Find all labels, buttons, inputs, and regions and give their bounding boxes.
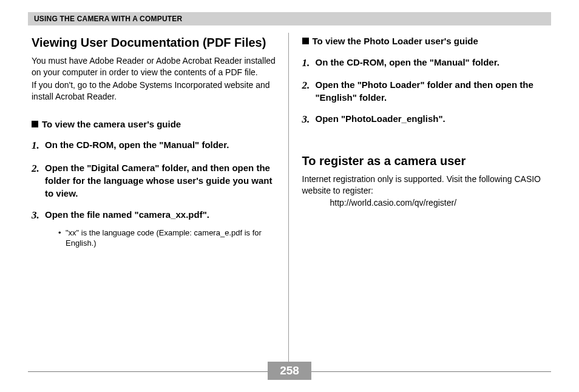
subheading-text: To view the camera user's guide [42,118,181,130]
step-text: Open "PhotoLoader_english". [316,112,548,125]
intro-paragraph-2: If you don't, go to the Adobe Systems In… [32,79,277,103]
step-item: 1. On the CD-ROM, open the "Manual" fold… [302,56,548,70]
section-title: Viewing User Documentation (PDF Files) [32,35,277,50]
subheading-camera-guide: To view the camera user's guide [32,118,277,130]
register-body: Internet registration only is supported.… [302,174,548,197]
step-text: Open the "Digital Camera" folder, and th… [45,161,277,200]
step-text: Open the "Photo Loader" folder and then … [316,78,548,104]
step-number: 2. [32,161,45,176]
bullet-dot-icon: • [58,228,66,238]
step-number: 1. [32,138,45,153]
step-item: 1. On the CD-ROM, open the "Manual" fold… [32,138,277,153]
square-bullet-icon [32,121,38,127]
step-text: Open the file named "camera_xx.pdf". [45,208,277,221]
step-text: On the CD-ROM, open the "Manual" folder. [316,56,548,69]
subheading-text: To view the Photo Loader user's guide [313,35,478,47]
subheading-photoloader: To view the Photo Loader user's guide [302,35,548,47]
register-section: To register as a camera user Internet re… [302,154,548,208]
two-column-layout: Viewing User Documentation (PDF Files) Y… [28,35,551,351]
note-text: "xx" is the language code (Example: came… [66,228,277,249]
left-column: Viewing User Documentation (PDF Files) Y… [28,35,288,351]
step-note: • "xx" is the language code (Example: ca… [58,228,277,249]
step-number: 3. [302,112,316,127]
step-item: 2. Open the "Digital Camera" folder, and… [32,161,277,200]
step-item: 3. Open the file named "camera_xx.pdf". [32,208,277,223]
column-divider [288,33,289,365]
page-number: 258 [268,362,311,380]
step-number: 3. [32,208,45,223]
register-url: http://world.casio.com/qv/register/ [330,198,548,208]
step-text: On the CD-ROM, open the "Manual" folder. [45,138,277,151]
section-header-bar: USING THE CAMERA WITH A COMPUTER [28,12,551,25]
square-bullet-icon [302,38,309,44]
steps-list-photoloader: 1. On the CD-ROM, open the "Manual" fold… [302,56,548,127]
manual-page: USING THE CAMERA WITH A COMPUTER Viewing… [0,0,579,392]
step-number: 2. [302,78,316,93]
steps-list-camera: 1. On the CD-ROM, open the "Manual" fold… [32,138,277,223]
step-number: 1. [302,56,316,70]
step-item: 3. Open "PhotoLoader_english". [302,112,548,127]
right-column: To view the Photo Loader user's guide 1.… [289,35,552,351]
intro-paragraph: You must have Adobe Reader or Adobe Acro… [32,55,277,78]
page-footer: 258 [28,362,551,380]
step-item: 2. Open the "Photo Loader" folder and th… [302,78,548,104]
section-title-register: To register as a camera user [302,154,548,169]
